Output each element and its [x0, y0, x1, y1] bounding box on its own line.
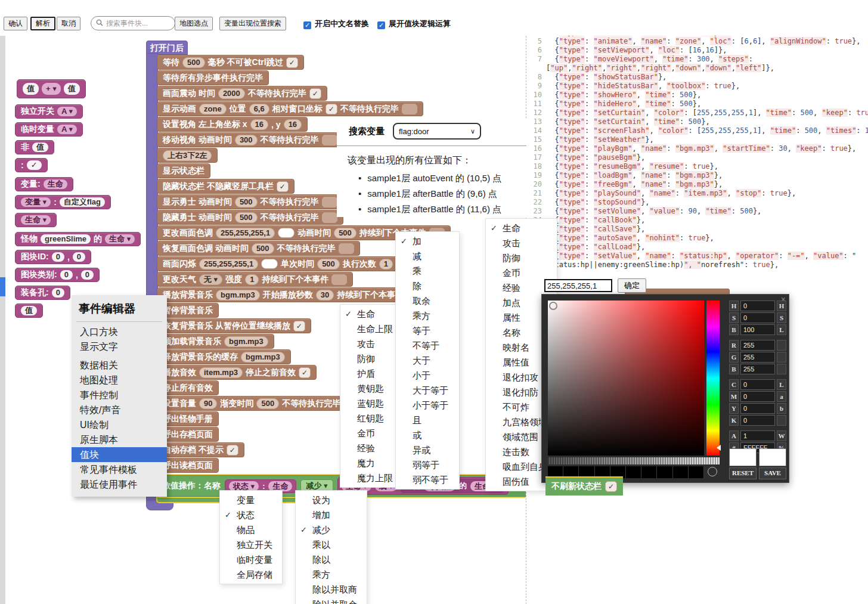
event-block[interactable]: 播放音效item.mp3停止之前音效✓ [157, 365, 317, 380]
menu-item[interactable]: 红钥匙 [340, 411, 402, 426]
picker-field-label[interactable]: Y [729, 403, 739, 414]
picker-mode-label[interactable]: b [777, 403, 786, 414]
value-block[interactable]: :✓ [15, 158, 48, 172]
block-checkbox-checked[interactable]: ✓ [299, 367, 311, 378]
target-field[interactable]: 生命 [268, 481, 292, 491]
block-dropdown[interactable]: 无 ▾ [199, 274, 222, 285]
picker-mode-label[interactable]: H [777, 301, 786, 311]
map-pick-button[interactable]: 地图选点 [175, 17, 213, 30]
menu-item[interactable]: 全局存储 [220, 567, 282, 582]
menu-item[interactable]: ✓加 [396, 234, 459, 249]
picker-field-input[interactable]: 255 [740, 340, 775, 351]
norefresh-checkbox[interactable]: ✓ [605, 481, 617, 492]
menu-item[interactable]: 变量 [220, 493, 282, 507]
menu-item[interactable]: 乘以 [296, 537, 367, 552]
menu-item[interactable]: 攻击 [486, 236, 557, 250]
picker-field-label[interactable]: B [729, 324, 739, 335]
event-block[interactable]: 移动视角 动画时间300不等待执行完毕 [157, 132, 343, 147]
event-block[interactable]: 自动存档 不提示✓ [157, 442, 244, 457]
menu-item[interactable]: 弱不等于 [396, 472, 459, 487]
menu-item[interactable]: 不等于 [396, 338, 459, 353]
block-checkbox-checked[interactable]: ✓ [277, 181, 289, 192]
block-checkbox-checked[interactable]: ✓ [309, 88, 321, 99]
sidebar-item[interactable]: 数据相关 [72, 358, 167, 373]
picker-field-label[interactable]: A [729, 430, 739, 441]
block-field[interactable]: item.mp3 [199, 367, 243, 378]
value-field[interactable]: 0 [81, 270, 94, 280]
event-block[interactable]: 恢复背景音乐 从暂停位置继续播放✓ [157, 318, 311, 333]
menu-item[interactable]: 增加 [296, 507, 367, 522]
palette-cell[interactable] [689, 466, 704, 478]
value-field[interactable]: 值 [64, 83, 80, 95]
menu-item[interactable]: 除以 [296, 552, 367, 567]
block-field[interactable]: 500 [235, 197, 258, 207]
picker-field-input[interactable]: 100 [740, 324, 775, 335]
palette-circle-handle[interactable] [708, 467, 717, 476]
picker-field-label[interactable]: R [729, 340, 739, 351]
value-block[interactable]: 变量 ▾:自定义flag [15, 195, 111, 209]
value-block[interactable]: 怪物greenSlime的生命 ▾ [15, 232, 141, 246]
menu-item[interactable]: 小于 [396, 368, 459, 383]
menu-item[interactable]: 除以并取余 [296, 597, 367, 604]
sidebar-item[interactable]: 特效/声音 [72, 402, 167, 417]
menu-item[interactable]: ✓状态 [220, 507, 282, 522]
value-block[interactable]: 装备孔:0 [15, 286, 70, 300]
block-field[interactable]: bgm.mp3 [241, 352, 285, 363]
menu-item[interactable]: 金币 [340, 426, 402, 441]
reset-button[interactable]: RESET [729, 467, 757, 479]
value-block[interactable]: 值 [15, 303, 43, 318]
value-block[interactable]: 临时变量A ▾ [15, 122, 83, 137]
picker-field-label[interactable]: C [729, 379, 739, 390]
menu-item[interactable]: 或 [396, 428, 459, 442]
menu-item[interactable]: ✓减少 [296, 522, 367, 537]
picker-mode-label[interactable]: W [777, 430, 786, 441]
value-dropdown[interactable]: 生命 [44, 179, 67, 189]
block-field[interactable]: 30 [316, 290, 334, 301]
event-block[interactable]: 设置音量90渐变时间500不等待执行完毕 [157, 396, 365, 411]
block-field[interactable]: 500 [256, 398, 279, 409]
block-field[interactable]: 90 [199, 398, 217, 409]
block-checkbox-unchecked[interactable] [322, 197, 337, 207]
picker-field-input[interactable]: 255 [740, 352, 775, 363]
value-block[interactable]: 生命 ▾ [15, 213, 57, 227]
event-block[interactable]: 画面闪烁255,255,255,1单次时间500执行次数1 [157, 256, 399, 271]
menu-item[interactable]: 减 [396, 249, 459, 264]
sidebar-item[interactable]: 地图处理 [72, 373, 167, 388]
hue-slider-handle[interactable] [717, 445, 721, 451]
value-block[interactable]: 独立开关A ▾ [15, 104, 83, 119]
picker-mode-label[interactable] [777, 340, 786, 351]
block-field[interactable]: 2000 [218, 88, 245, 99]
menu-item[interactable]: 设为 [296, 493, 367, 507]
menu-item[interactable]: 弱等于 [396, 457, 459, 472]
menu-item[interactable]: 防御 [340, 351, 402, 366]
picker-field-input[interactable]: 0 [740, 391, 775, 402]
event-block[interactable]: 画面震动 时间2000不等待执行完毕✓ [157, 86, 327, 101]
picker-field-label[interactable]: S [729, 312, 739, 323]
hue-slider[interactable] [706, 301, 720, 456]
palette-cell[interactable] [673, 466, 689, 478]
menu-item[interactable]: 小于等于 [396, 398, 459, 413]
alpha-slider[interactable] [548, 457, 720, 464]
block-field[interactable]: 255,255,255,1 [216, 228, 275, 238]
picker-mode-label[interactable]: a [777, 391, 786, 402]
value-dropdown[interactable]: A ▾ [57, 125, 77, 134]
menu-item[interactable]: 防御 [486, 250, 557, 265]
menu-item[interactable]: 乘 [396, 264, 459, 278]
sidebar-item[interactable]: 入口方块 [72, 324, 167, 339]
block-field[interactable]: 1 [379, 259, 393, 270]
saturation-brightness-field[interactable] [548, 301, 704, 456]
menu-item[interactable]: 且 [396, 413, 459, 428]
menu-item[interactable]: 独立开关 [220, 537, 282, 552]
sidebar-item[interactable]: 值块 [72, 447, 167, 462]
picker-mode-label[interactable]: L [777, 324, 786, 335]
value-field[interactable]: 值 [23, 83, 39, 95]
block-checkbox-unchecked[interactable] [322, 212, 337, 223]
menu-item[interactable]: 除 [396, 278, 459, 293]
block-checkbox-checked[interactable]: ✓ [286, 57, 298, 68]
value-dropdown[interactable]: 变量 ▾ [21, 197, 51, 207]
sidebar-item[interactable]: 事件控制 [72, 388, 167, 402]
picker-field-label[interactable]: G [729, 352, 739, 363]
picker-mode-label[interactable]: S [777, 312, 786, 323]
picker-mode-label[interactable] [777, 352, 786, 363]
confirm-button[interactable]: 确认 [4, 17, 27, 30]
